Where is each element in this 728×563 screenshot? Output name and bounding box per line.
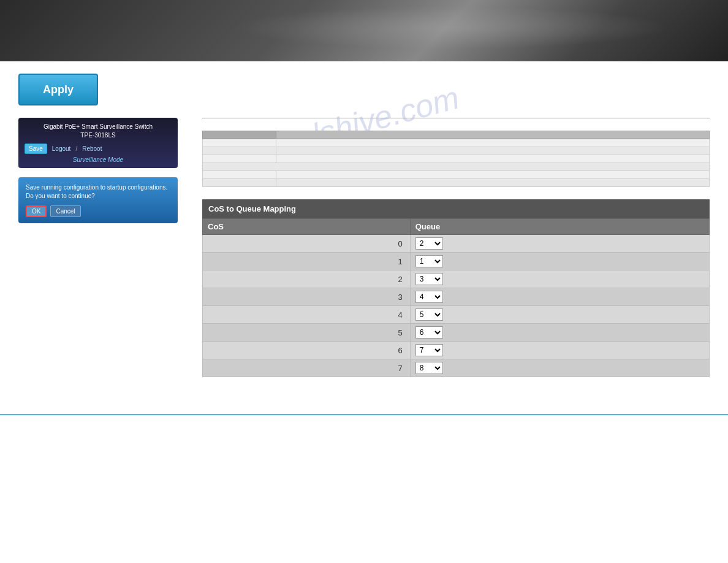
queue-select[interactable]: 12345678: [415, 237, 443, 250]
cos-mapping-section: CoS to Queue Mapping CoS Queue 012345678…: [202, 199, 710, 377]
cos-value: 5: [203, 324, 411, 342]
queue-select[interactable]: 12345678: [415, 344, 443, 356]
top-table-col2-header: [276, 131, 710, 139]
table-row: [203, 139, 710, 147]
cos-value: 2: [203, 270, 411, 288]
table-section: CoS to Queue Mapping CoS Queue 012345678…: [202, 131, 710, 377]
queue-col-header: Queue: [410, 219, 709, 235]
footer-line: [0, 414, 728, 415]
cos-table-row: 312345678: [203, 288, 710, 306]
device-logout-link[interactable]: Logout: [52, 145, 71, 152]
confirm-buttons: OK Cancel: [26, 205, 170, 217]
nav-separator: /: [75, 145, 77, 152]
device-save-button[interactable]: Save: [25, 144, 47, 154]
confirm-message: Save running configuration to startup co…: [26, 183, 170, 201]
queue-select-cell[interactable]: 12345678: [410, 253, 709, 270]
cos-table-row: 012345678: [203, 235, 710, 253]
cos-value: 4: [203, 306, 411, 324]
table-row: [203, 147, 710, 155]
queue-select-cell[interactable]: 12345678: [410, 342, 709, 359]
divider-line: [202, 118, 710, 118]
cos-value: 6: [203, 342, 411, 359]
device-mode: Surveillance Mode: [25, 156, 172, 163]
queue-select[interactable]: 12345678: [415, 308, 443, 321]
queue-select[interactable]: 12345678: [415, 362, 443, 374]
queue-select[interactable]: 12345678: [415, 291, 443, 303]
device-widget: Gigabit PoE+ Smart Surveillance Switch T…: [18, 118, 178, 168]
cos-section-title: CoS to Queue Mapping: [202, 199, 710, 218]
cos-value: 0: [203, 235, 411, 253]
queue-select-cell[interactable]: 12345678: [410, 235, 709, 253]
device-reboot-link[interactable]: Reboot: [82, 145, 102, 152]
table-row: [203, 163, 710, 171]
cos-value: 3: [203, 288, 411, 306]
table-row: [203, 171, 710, 179]
cos-table-row: 612345678: [203, 342, 710, 359]
queue-select-cell[interactable]: 12345678: [410, 359, 709, 377]
cos-table-row: 512345678: [203, 324, 710, 342]
queue-select[interactable]: 12345678: [415, 326, 443, 339]
cos-table: CoS Queue 012345678112345678212345678312…: [202, 218, 710, 377]
header-banner: [0, 0, 728, 61]
table-row: [203, 179, 710, 187]
cos-table-row: 112345678: [203, 253, 710, 270]
cos-value: 7: [203, 359, 411, 377]
device-title: Gigabit PoE+ Smart Surveillance Switch T…: [25, 123, 172, 140]
confirm-ok-button[interactable]: OK: [26, 205, 47, 217]
table-row: [203, 155, 710, 163]
cos-table-row: 212345678: [203, 270, 710, 288]
top-table: [202, 131, 710, 187]
queue-select[interactable]: 12345678: [415, 255, 443, 267]
apply-button[interactable]: Apply: [18, 74, 98, 105]
confirm-dialog: Save running configuration to startup co…: [18, 177, 178, 223]
confirm-cancel-button[interactable]: Cancel: [50, 205, 80, 217]
top-table-col1-header: [203, 131, 276, 139]
queue-select-cell[interactable]: 12345678: [410, 306, 709, 324]
device-nav: Save Logout / Reboot: [25, 144, 172, 154]
cos-table-row: 412345678: [203, 306, 710, 324]
queue-select[interactable]: 12345678: [415, 273, 443, 285]
queue-select-cell[interactable]: 12345678: [410, 324, 709, 342]
cos-col-header: CoS: [203, 219, 411, 235]
cos-table-row: 712345678: [203, 359, 710, 377]
cos-value: 1: [203, 253, 411, 270]
queue-select-cell[interactable]: 12345678: [410, 288, 709, 306]
queue-select-cell[interactable]: 12345678: [410, 270, 709, 288]
